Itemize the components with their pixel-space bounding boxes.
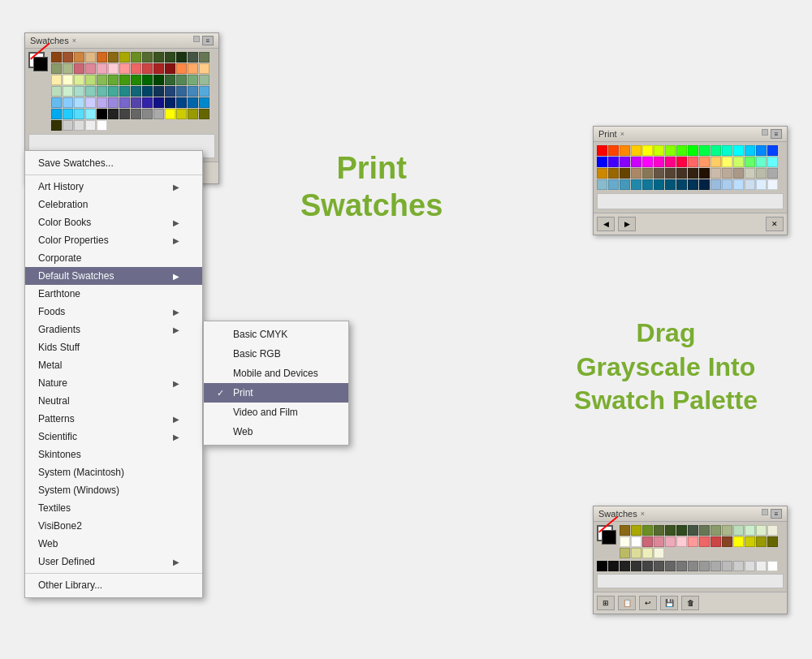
swatch-cell[interactable] xyxy=(85,97,96,108)
print-swatch-cell[interactable] xyxy=(665,145,676,156)
swatch-cell[interactable] xyxy=(131,97,141,108)
swatch-cell[interactable] xyxy=(74,109,84,119)
swatch-cell[interactable] xyxy=(85,52,96,62)
print-swatch-cell[interactable] xyxy=(654,179,664,190)
swatch-cell[interactable] xyxy=(199,63,209,74)
print-swatch-cell[interactable] xyxy=(733,157,744,167)
bottom-swatch-cell[interactable] xyxy=(642,536,653,547)
save-swatches-menu-item[interactable]: Save Swatches... xyxy=(25,154,202,172)
submenu-item-video-and-film[interactable]: Video and Film xyxy=(204,403,348,422)
bottom-swatch-cell[interactable] xyxy=(756,525,767,536)
swatch-cell[interactable] xyxy=(85,120,96,131)
swatch-cell[interactable] xyxy=(165,86,175,97)
grayscale-swatch-cell[interactable] xyxy=(631,561,641,571)
swatch-cell[interactable] xyxy=(131,109,141,119)
print-swatch-cell[interactable] xyxy=(722,179,732,190)
print-swatch-cell[interactable] xyxy=(756,179,767,190)
print-swatch-cell[interactable] xyxy=(608,168,619,179)
print-swatch-cell[interactable] xyxy=(665,157,676,167)
print-swatch-cell[interactable] xyxy=(676,145,687,156)
swatch-cell[interactable] xyxy=(142,109,153,119)
print-swatch-cell[interactable] xyxy=(688,157,698,167)
bottom-swatch-cell[interactable] xyxy=(710,536,721,547)
submenu-item-print[interactable]: ✓Print xyxy=(204,383,348,403)
print-minimize-icon[interactable] xyxy=(762,129,768,136)
bottom-btn4[interactable]: 💾 xyxy=(660,596,678,610)
print-swatch-cell[interactable] xyxy=(733,179,744,190)
bottom-swatch-cell[interactable] xyxy=(688,536,698,547)
print-swatch-cell[interactable] xyxy=(710,157,721,167)
swatch-cell[interactable] xyxy=(188,63,198,74)
print-swatch-cell[interactable] xyxy=(631,168,641,179)
print-swatch-cell[interactable] xyxy=(756,168,767,179)
print-swatch-cell[interactable] xyxy=(654,145,664,156)
print-swatch-cell[interactable] xyxy=(699,168,710,179)
swatch-cell[interactable] xyxy=(188,86,198,97)
menu-item-gradients[interactable]: Gradients▶ xyxy=(25,321,202,338)
grayscale-swatch-cell[interactable] xyxy=(745,561,755,571)
swatch-cell[interactable] xyxy=(131,63,141,74)
grayscale-swatch-cell[interactable] xyxy=(688,561,698,571)
grayscale-swatch-cell[interactable] xyxy=(642,561,653,571)
bottom-swatch-cell[interactable] xyxy=(665,536,676,547)
swatch-cell[interactable] xyxy=(108,63,119,74)
menu-item-patterns[interactable]: Patterns▶ xyxy=(25,410,202,428)
bottom-swatch-cell[interactable] xyxy=(620,536,630,547)
grayscale-swatch-cell[interactable] xyxy=(608,561,619,571)
bottom-swatch-cell[interactable] xyxy=(654,536,664,547)
grayscale-swatch-cell[interactable] xyxy=(665,561,676,571)
swatch-cell[interactable] xyxy=(97,75,107,85)
swatch-cell[interactable] xyxy=(51,97,62,108)
swatch-cell[interactable] xyxy=(153,63,164,74)
grayscale-swatch-cell[interactable] xyxy=(654,561,664,571)
print-swatch-cell[interactable] xyxy=(710,145,721,156)
bottom-swatch-cell[interactable] xyxy=(745,525,755,536)
swatch-cell[interactable] xyxy=(97,120,107,131)
swatch-cell[interactable] xyxy=(142,75,153,85)
swatch-cell[interactable] xyxy=(153,109,164,119)
swatch-cell[interactable] xyxy=(74,75,84,85)
print-swatch-cell[interactable] xyxy=(597,145,607,156)
print-swatch-cell[interactable] xyxy=(767,157,778,167)
swatch-cell[interactable] xyxy=(74,97,84,108)
swatch-cell[interactable] xyxy=(176,63,187,74)
bottom-swatch-cell[interactable] xyxy=(631,548,641,558)
menu-item-visibone2[interactable]: VisiBone2 xyxy=(25,517,202,535)
bottom-none-swatch[interactable] xyxy=(597,525,617,546)
swatch-cell[interactable] xyxy=(74,120,84,131)
swatch-cell[interactable] xyxy=(63,97,73,108)
swatch-cell[interactable] xyxy=(51,52,62,62)
swatch-cell[interactable] xyxy=(142,52,153,62)
menu-item-kids-stuff[interactable]: Kids Stuff xyxy=(25,338,202,356)
swatch-cell[interactable] xyxy=(188,109,198,119)
bottom-swatch-cell[interactable] xyxy=(620,548,630,558)
bottom-search-bar[interactable] xyxy=(597,574,784,588)
swatch-cell[interactable] xyxy=(142,63,153,74)
bottom-panel-menu-button[interactable]: ≡ xyxy=(771,509,782,519)
print-swatch-cell[interactable] xyxy=(620,168,630,179)
grayscale-swatch-cell[interactable] xyxy=(722,561,732,571)
swatch-cell[interactable] xyxy=(131,75,141,85)
print-swatch-cell[interactable] xyxy=(620,157,630,167)
swatch-cell[interactable] xyxy=(188,52,198,62)
swatch-cell[interactable] xyxy=(119,52,130,62)
print-swatch-cell[interactable] xyxy=(710,168,721,179)
print-swatch-cell[interactable] xyxy=(608,157,619,167)
other-library-menu-item[interactable]: Other Library... xyxy=(25,576,202,594)
swatch-cell[interactable] xyxy=(51,109,62,119)
print-swatch-cell[interactable] xyxy=(745,168,755,179)
swatch-cell[interactable] xyxy=(199,75,209,85)
print-swatch-cell[interactable] xyxy=(642,145,653,156)
menu-item-neutral[interactable]: Neutral xyxy=(25,392,202,410)
swatch-cell[interactable] xyxy=(85,86,96,97)
print-swatch-cell[interactable] xyxy=(699,157,710,167)
print-swatch-cell[interactable] xyxy=(676,179,687,190)
swatch-cell[interactable] xyxy=(108,109,119,119)
print-swatch-cell[interactable] xyxy=(733,168,744,179)
print-swatch-cell[interactable] xyxy=(676,168,687,179)
swatch-cell[interactable] xyxy=(199,97,209,108)
print-swatch-cell[interactable] xyxy=(688,145,698,156)
print-swatch-cell[interactable] xyxy=(688,179,698,190)
menu-item-system-(windows)[interactable]: System (Windows) xyxy=(25,481,202,499)
menu-item-default-swatches[interactable]: Default Swatches▶ xyxy=(25,267,202,285)
